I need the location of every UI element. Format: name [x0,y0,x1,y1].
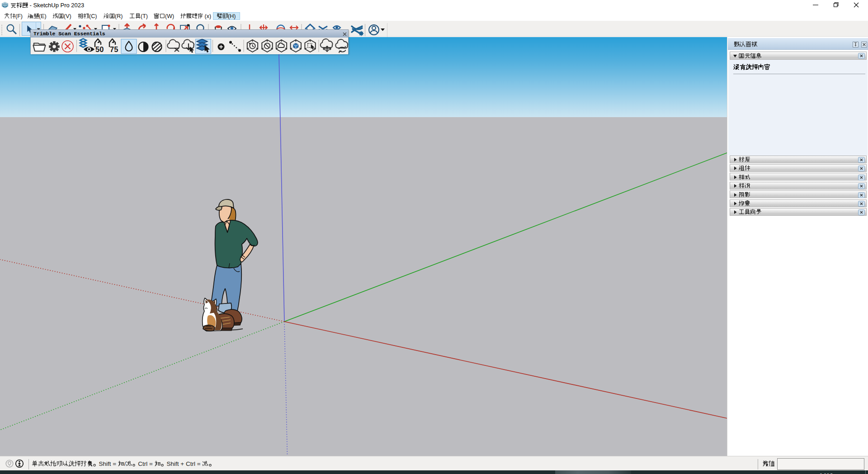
svg-text:75: 75 [110,45,118,53]
svg-text:50: 50 [95,45,104,53]
